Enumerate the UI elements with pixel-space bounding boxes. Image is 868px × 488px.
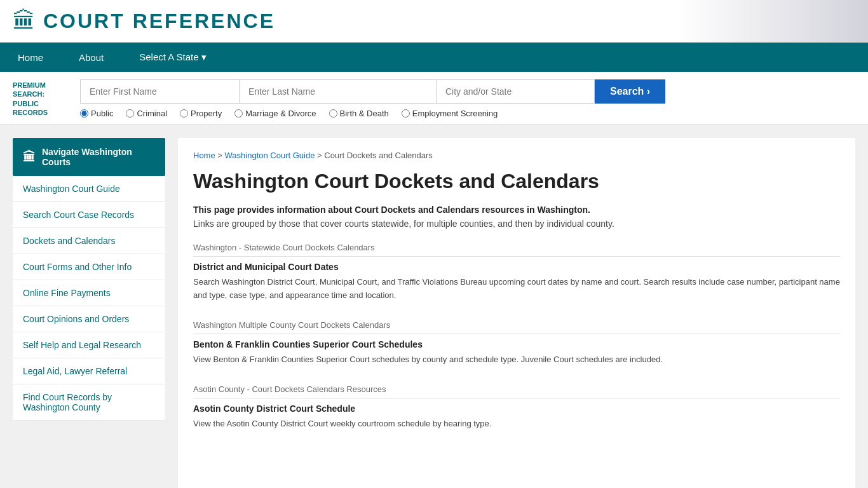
resource-title-3: Asotin County District Court Schedule <box>193 403 840 414</box>
search-radio-group: Public Criminal Property Marriage & Divo… <box>80 109 855 118</box>
sidebar-item-fine-payments[interactable]: Online Fine Payments <box>13 280 165 306</box>
search-inputs: Search › Public Criminal Property Marria… <box>80 79 855 118</box>
resource-desc-2: View Benton & Franklin Counties Superior… <box>193 353 840 367</box>
site-header: 🏛 COURT REFERENCE <box>0 0 868 43</box>
sidebar: 🏛 Navigate Washington Courts Washington … <box>13 138 165 488</box>
sidebar-item-court-forms[interactable]: Court Forms and Other Info <box>13 254 165 280</box>
main-content: Home > Washington Court Guide > Court Do… <box>178 138 855 488</box>
section-header-statewide: Washington - Statewide Court Dockets Cal… <box>193 243 840 257</box>
navigate-icon: 🏛 <box>23 150 36 165</box>
sidebar-item-opinions[interactable]: Court Opinions and Orders <box>13 306 165 332</box>
intro-text: Links are grouped by those that cover co… <box>193 219 840 229</box>
sidebar-item-case-records[interactable]: Search Court Case Records <box>13 202 165 228</box>
radio-birth[interactable]: Birth & Death <box>329 109 389 118</box>
main-nav: Home About Select A State ▾ <box>0 43 868 72</box>
resource-block-benton: Benton & Franklin Counties Superior Cour… <box>193 339 840 372</box>
first-name-input[interactable] <box>80 79 239 104</box>
search-bar: PREMIUM SEARCH: PUBLIC RECORDS Search › … <box>0 72 868 125</box>
premium-label: PREMIUM SEARCH: PUBLIC RECORDS <box>13 81 70 117</box>
radio-marriage[interactable]: Marriage & Divorce <box>234 109 316 118</box>
search-fields: Search › <box>80 79 855 104</box>
resource-block-district: District and Municipal Court Dates Searc… <box>193 262 840 308</box>
radio-property[interactable]: Property <box>180 109 222 118</box>
sidebar-active-item[interactable]: 🏛 Navigate Washington Courts <box>13 138 165 176</box>
nav-home[interactable]: Home <box>0 43 61 72</box>
radio-public[interactable]: Public <box>80 109 113 118</box>
last-name-input[interactable] <box>239 79 436 104</box>
breadcrumb: Home > Washington Court Guide > Court Do… <box>193 151 840 160</box>
city-state-input[interactable] <box>436 79 595 104</box>
resource-block-asotin: Asotin County District Court Schedule Vi… <box>193 403 840 436</box>
logo-text: COURT REFERENCE <box>43 10 275 33</box>
sidebar-item-find-records[interactable]: Find Court Records by Washington County <box>13 384 165 421</box>
resource-title-2: Benton & Franklin Counties Superior Cour… <box>193 339 840 349</box>
sidebar-item-dockets[interactable]: Dockets and Calendars <box>13 228 165 254</box>
search-button[interactable]: Search › <box>595 79 665 104</box>
page-title: Washington Court Dockets and Calendars <box>193 169 840 193</box>
sidebar-item-court-guide[interactable]: Washington Court Guide <box>13 176 165 202</box>
section-header-multicounty: Washington Multiple County Court Dockets… <box>193 320 840 334</box>
breadcrumb-home[interactable]: Home <box>193 151 215 160</box>
main-layout: 🏛 Navigate Washington Courts Washington … <box>0 125 868 488</box>
logo-icon: 🏛 <box>13 8 36 34</box>
nav-select-state[interactable]: Select A State ▾ <box>121 43 224 72</box>
section-header-asotin: Asotin County - Court Dockets Calendars … <box>193 384 840 398</box>
breadcrumb-guide[interactable]: Washington Court Guide <box>225 151 315 160</box>
radio-employment[interactable]: Employment Screening <box>402 109 498 118</box>
resource-desc-1: Search Washington District Court, Munici… <box>193 276 840 302</box>
intro-bold: This page provides information about Cou… <box>193 205 840 215</box>
sidebar-item-self-help[interactable]: Self Help and Legal Research <box>13 332 165 358</box>
radio-criminal[interactable]: Criminal <box>126 109 167 118</box>
nav-about[interactable]: About <box>61 43 121 72</box>
sidebar-item-legal-aid[interactable]: Legal Aid, Lawyer Referral <box>13 358 165 384</box>
breadcrumb-current: Court Dockets and Calendars <box>324 151 433 160</box>
resource-title-1: District and Municipal Court Dates <box>193 262 840 272</box>
sidebar-active-label: Navigate Washington Courts <box>42 147 155 167</box>
resource-desc-3: View the Asotin County District Court we… <box>193 417 840 431</box>
